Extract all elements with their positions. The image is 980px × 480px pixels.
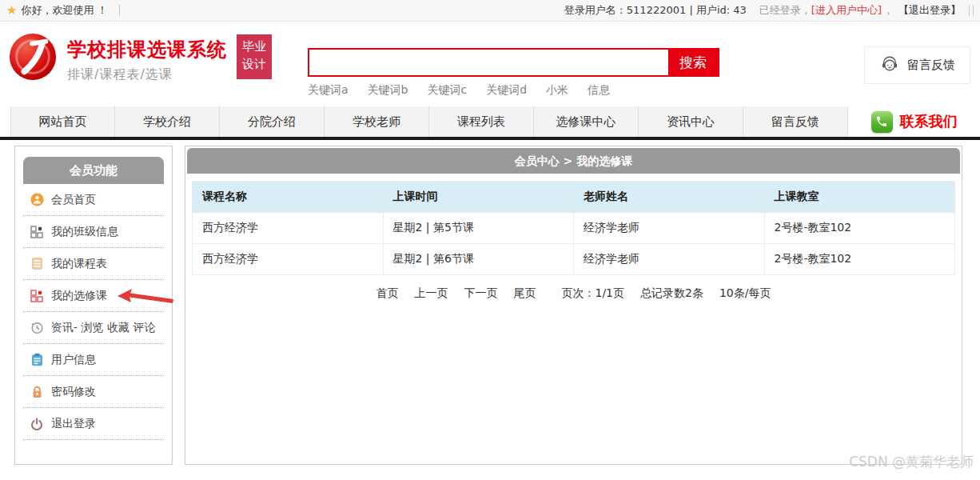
cell-teacher-name: 经济学老师 — [574, 244, 765, 275]
sidebar-item-label: 用户信息 — [51, 353, 96, 367]
search-box: 搜索 — [308, 48, 719, 77]
search-button[interactable]: 搜索 — [668, 50, 718, 75]
login-username-label: 登录用户名：511222001 | 用户id: 43 — [564, 3, 747, 18]
graduation-design-badge: 毕业 设计 — [237, 34, 272, 79]
pagination-prev[interactable]: 上一页 — [415, 286, 448, 301]
column-header-class-time: 上课时间 — [383, 182, 574, 213]
nav-item-home[interactable]: 网站首页 — [10, 106, 115, 137]
pagination-next[interactable]: 下一页 — [464, 286, 498, 301]
sidebar-item-class-info[interactable]: 我的班级信息 — [23, 216, 164, 248]
phone-icon — [871, 111, 893, 133]
hot-keywords: 关键词a 关键词b 关键词c 关键词d 小米 信息 — [308, 83, 719, 98]
search-area: 搜索 关键词a 关键词b 关键词c 关键词d 小米 信息 — [308, 48, 719, 98]
badge-line1: 毕业 — [242, 38, 266, 56]
sidebar-item-member-home[interactable]: 会员首页 — [23, 184, 164, 216]
password-lock-icon — [30, 385, 44, 398]
nav-item-news-center[interactable]: 资讯中心 — [639, 106, 743, 137]
elective-courses-table: 课程名称 上课时间 老师姓名 上课教室 西方经济学 星期2 | 第5节课 经济学… — [192, 181, 955, 275]
pagination-first[interactable]: 首页 — [376, 286, 399, 301]
pagination-per-page: 10条/每页 — [719, 286, 771, 301]
sidebar-item-timetable[interactable]: 我的课程表 — [23, 248, 164, 280]
customer-service-icon — [879, 54, 900, 78]
page: ★ 你好，欢迎使用 ！ 登录用户名：511222001 | 用户id: 43 已… — [0, 0, 980, 480]
cell-course-name: 西方经济学 — [193, 213, 384, 244]
pagination: 首页 上一页 下一页 尾页 页次：1/1页 总记录数2条 10条/每页 — [185, 286, 962, 301]
class-info-icon — [30, 226, 44, 238]
nav-item-course-list[interactable]: 课程列表 — [429, 106, 534, 137]
keyword-link[interactable]: 关键词d — [486, 83, 527, 98]
star-icon: ★ — [6, 3, 17, 18]
pagination-page-info: 页次：1/1页 — [562, 286, 625, 301]
site-header: 学校排课选课系统 排课/课程表/选课 毕业 设计 搜索 关键词a 关键词b 关键… — [0, 22, 980, 106]
highlight-arrow-icon — [118, 289, 175, 307]
logged-in-status: 已经登录， — [759, 3, 811, 18]
divider — [119, 5, 120, 16]
logo-icon — [8, 32, 58, 82]
feedback-button-label: 留言反馈 — [907, 58, 955, 73]
sidebar-item-label: 密码修改 — [51, 385, 96, 399]
nav-item-school-intro[interactable]: 学校介绍 — [115, 106, 220, 137]
topbar-greeting-area: ★ 你好，欢迎使用 ！ — [6, 3, 131, 18]
table-row: 西方经济学 星期2 | 第5节课 经济学老师 2号楼-教室102 — [193, 213, 955, 244]
badge-line2: 设计 — [242, 56, 266, 74]
breadcrumb: 会员中心 > 我的选修课 — [187, 148, 960, 174]
table-header-row: 课程名称 上课时间 老师姓名 上课教室 — [193, 182, 955, 213]
sidebar-item-elective-courses[interactable]: 我的选修课 — [23, 280, 164, 312]
cell-class-time: 星期2 | 第6节课 — [383, 244, 574, 275]
watermark: CSDN @黄菊华老师 — [849, 453, 974, 471]
column-header-classroom: 上课教室 — [764, 182, 955, 213]
nav-item-elective-center[interactable]: 选修课中心 — [534, 106, 639, 137]
site-title: 学校排课选课系统 — [67, 37, 227, 62]
sidebar-item-label: 我的班级信息 — [51, 225, 118, 239]
logout-power-icon — [30, 418, 44, 430]
column-header-teacher-name: 老师姓名 — [574, 182, 765, 213]
logo: 学校排课选课系统 排课/课程表/选课 毕业 设计 — [8, 32, 272, 83]
keyword-link[interactable]: 小米 — [546, 83, 568, 98]
nav-item-branch-intro[interactable]: 分院介绍 — [220, 106, 325, 137]
site-subtitle: 排课/课程表/选课 — [67, 66, 227, 83]
keyword-link[interactable]: 关键词c — [427, 83, 467, 98]
keyword-link[interactable]: 关键词a — [308, 83, 349, 98]
sidebar-item-label: 我的选修课 — [51, 289, 107, 303]
sidebar-item-label: 会员首页 — [51, 193, 96, 207]
sidebar-item-logout[interactable]: 退出登录 — [23, 408, 164, 440]
contact-us-label: 联系我们 — [900, 112, 958, 131]
topbar: ★ 你好，欢迎使用 ！ 登录用户名：511222001 | 用户id: 43 已… — [0, 0, 980, 22]
nav-item-feedback[interactable]: 留言反馈 — [743, 106, 848, 137]
news-clock-icon — [30, 321, 44, 334]
contact-us[interactable]: 联系我们 — [848, 106, 980, 137]
topbar-user-area: 登录用户名：511222001 | 用户id: 43 已经登录， [进入用户中心… — [564, 3, 974, 18]
comma-separator: ， — [883, 3, 894, 18]
table-row: 西方经济学 星期2 | 第6节课 经济学老师 2号楼-教室102 — [193, 244, 955, 275]
greeting-text: 你好，欢迎使用 ！ — [21, 3, 107, 18]
content-area: 会员功能 会员首页 我的班级信息 我的课程表 — [0, 140, 980, 465]
nav-items: 网站首页 学校介绍 分院介绍 学校老师 课程列表 选修课中心 资讯中心 留言反馈 — [10, 106, 848, 137]
sidebar-title: 会员功能 — [23, 157, 164, 184]
search-input[interactable] — [309, 50, 668, 75]
cell-classroom: 2号楼-教室102 — [764, 244, 955, 275]
keyword-link[interactable]: 信息 — [588, 83, 610, 98]
logo-text: 学校排课选课系统 排课/课程表/选课 — [67, 37, 227, 83]
timetable-icon — [30, 257, 44, 270]
cell-class-time: 星期2 | 第5节课 — [383, 213, 574, 244]
sidebar-item-label: 资讯- 浏览 收藏 评论 — [51, 321, 155, 335]
pagination-total-records: 总记录数2条 — [640, 286, 703, 301]
nav-item-teachers[interactable]: 学校老师 — [325, 106, 429, 137]
logout-link[interactable]: 【退出登录】 — [898, 3, 961, 18]
member-sidebar: 会员功能 会员首页 我的班级信息 我的课程表 — [14, 146, 173, 465]
main-nav: 网站首页 学校介绍 分院介绍 学校老师 课程列表 选修课中心 资讯中心 留言反馈… — [0, 106, 980, 140]
sidebar-item-news[interactable]: 资讯- 浏览 收藏 评论 — [23, 312, 164, 344]
keyword-link[interactable]: 关键词b — [368, 83, 408, 98]
main-panel: 会员中心 > 我的选修课 课程名称 上课时间 老师姓名 上课教室 西方经济学 星… — [185, 146, 962, 465]
pagination-last[interactable]: 尾页 — [514, 286, 536, 301]
user-info-icon — [30, 353, 44, 366]
member-home-icon — [30, 193, 44, 206]
enter-user-center-link[interactable]: [进入用户中心] — [811, 3, 882, 18]
feedback-button[interactable]: 留言反馈 — [864, 46, 970, 84]
divider — [973, 5, 974, 16]
sidebar-item-change-password[interactable]: 密码修改 — [23, 376, 164, 408]
sidebar-item-label: 退出登录 — [51, 417, 96, 431]
divider — [969, 5, 970, 16]
sidebar-item-user-info[interactable]: 用户信息 — [23, 344, 164, 376]
cell-teacher-name: 经济学老师 — [574, 213, 765, 244]
